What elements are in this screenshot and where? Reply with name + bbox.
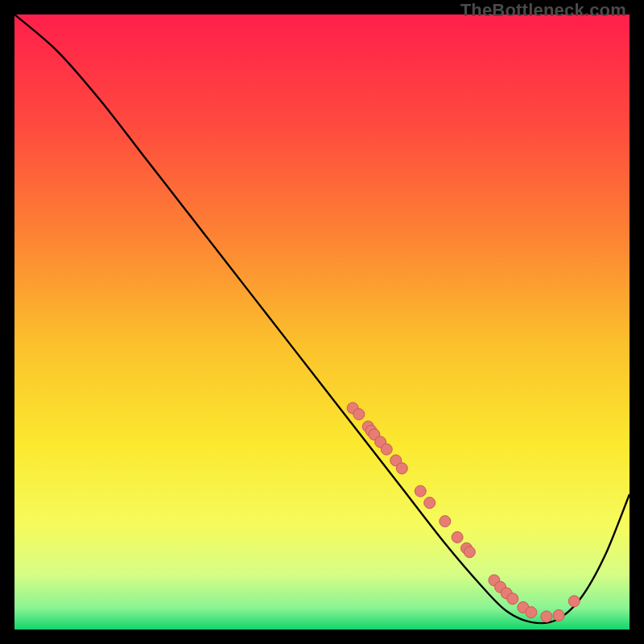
data-marker (381, 444, 392, 455)
bottleneck-chart (14, 14, 630, 630)
watermark-text: TheBottleneck.com (460, 0, 626, 21)
data-marker (353, 409, 365, 420)
data-marker (568, 596, 580, 607)
chart-area (14, 14, 630, 630)
data-marker (464, 547, 475, 558)
data-marker (440, 516, 451, 527)
data-marker (396, 463, 407, 474)
data-marker (424, 497, 436, 509)
data-marker (507, 593, 518, 605)
data-marker (415, 485, 426, 497)
data-marker (541, 611, 552, 622)
data-marker (526, 607, 537, 618)
data-marker (553, 609, 564, 621)
data-marker (452, 531, 463, 543)
